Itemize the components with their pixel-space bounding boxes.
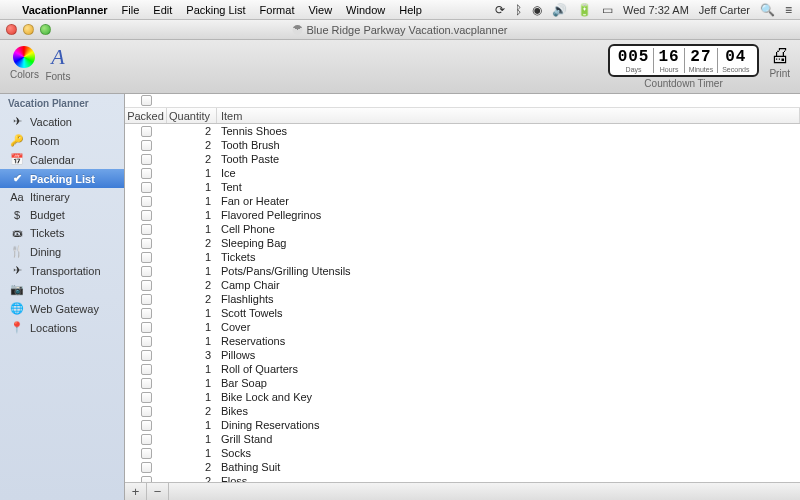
sidebar-item-photos[interactable]: 📷Photos: [0, 280, 124, 299]
table-row[interactable]: 1Cover: [125, 320, 800, 334]
packed-checkbox[interactable]: [141, 154, 152, 165]
menu-help[interactable]: Help: [399, 4, 422, 16]
sync-icon[interactable]: ⟳: [495, 3, 505, 17]
packed-checkbox[interactable]: [141, 238, 152, 249]
table-row[interactable]: 2Tooth Brush: [125, 138, 800, 152]
display-icon[interactable]: ▭: [602, 3, 613, 17]
table-row[interactable]: 1Socks: [125, 446, 800, 460]
table-row[interactable]: 1Fan or Heater: [125, 194, 800, 208]
bluetooth-icon[interactable]: ᛒ: [515, 3, 522, 17]
packed-checkbox[interactable]: [141, 196, 152, 207]
photos-icon: 📷: [10, 283, 24, 296]
close-window-button[interactable]: [6, 24, 17, 35]
colors-button[interactable]: Colors: [10, 44, 39, 80]
packed-checkbox[interactable]: [141, 140, 152, 151]
document-proxy-icon[interactable]: [293, 25, 303, 35]
table-row[interactable]: 1Scott Towels: [125, 306, 800, 320]
table-row[interactable]: 1Bike Lock and Key: [125, 390, 800, 404]
column-header-packed[interactable]: Packed: [125, 108, 167, 123]
packed-checkbox[interactable]: [141, 420, 152, 431]
sidebar-item-calendar[interactable]: 📅Calendar: [0, 150, 124, 169]
packed-checkbox[interactable]: [141, 462, 152, 473]
table-row[interactable]: 2Camp Chair: [125, 278, 800, 292]
column-header-quantity[interactable]: Quantity: [167, 108, 217, 123]
packed-checkbox[interactable]: [141, 392, 152, 403]
sidebar-item-vacation[interactable]: ✈Vacation: [0, 112, 124, 131]
sidebar-item-locations[interactable]: 📍Locations: [0, 318, 124, 337]
packed-checkbox[interactable]: [141, 378, 152, 389]
packed-checkbox[interactable]: [141, 126, 152, 137]
table-row[interactable]: 1Grill Stand: [125, 432, 800, 446]
sidebar-item-transportation[interactable]: ✈Transportation: [0, 261, 124, 280]
item-cell: Dining Reservations: [217, 419, 800, 431]
menubar-user[interactable]: Jeff Carter: [699, 4, 750, 16]
packed-checkbox[interactable]: [141, 224, 152, 235]
table-row[interactable]: 2Flashlights: [125, 292, 800, 306]
packed-checkbox[interactable]: [141, 266, 152, 277]
menu-file[interactable]: File: [122, 4, 140, 16]
packed-checkbox[interactable]: [141, 182, 152, 193]
sidebar-item-packing-list[interactable]: ✔Packing List: [0, 169, 124, 188]
table-row[interactable]: 2Tooth Paste: [125, 152, 800, 166]
packed-checkbox[interactable]: [141, 280, 152, 291]
minimize-window-button[interactable]: [23, 24, 34, 35]
sidebar-item-itinerary[interactable]: AaItinerary: [0, 188, 124, 206]
spotlight-icon[interactable]: 🔍: [760, 3, 775, 17]
notification-center-icon[interactable]: ≡: [785, 3, 792, 17]
table-row[interactable]: 1Dining Reservations: [125, 418, 800, 432]
menu-packing-list[interactable]: Packing List: [186, 4, 245, 16]
item-cell: Cell Phone: [217, 223, 800, 235]
sidebar-item-tickets[interactable]: 🎟Tickets: [0, 224, 124, 242]
table-row[interactable]: 2Bathing Suit: [125, 460, 800, 474]
packed-checkbox[interactable]: [141, 294, 152, 305]
menu-view[interactable]: View: [308, 4, 332, 16]
packed-checkbox[interactable]: [141, 350, 152, 361]
packed-checkbox[interactable]: [141, 336, 152, 347]
column-header-item[interactable]: Item: [217, 108, 800, 123]
table-row[interactable]: 2Bikes: [125, 404, 800, 418]
print-label: Print: [769, 68, 790, 79]
packed-checkbox[interactable]: [141, 364, 152, 375]
table-row[interactable]: 1Reservations: [125, 334, 800, 348]
select-all-checkbox[interactable]: [141, 95, 152, 106]
sidebar-item-room[interactable]: 🔑Room: [0, 131, 124, 150]
volume-icon[interactable]: 🔊: [552, 3, 567, 17]
packed-checkbox[interactable]: [141, 434, 152, 445]
packed-checkbox[interactable]: [141, 322, 152, 333]
table-row[interactable]: 1Tickets: [125, 250, 800, 264]
sidebar-item-dining[interactable]: 🍴Dining: [0, 242, 124, 261]
table-row[interactable]: 1Ice: [125, 166, 800, 180]
wifi-icon[interactable]: ◉: [532, 3, 542, 17]
table-row[interactable]: 1Bar Soap: [125, 376, 800, 390]
packed-checkbox[interactable]: [141, 308, 152, 319]
menubar-clock[interactable]: Wed 7:32 AM: [623, 4, 689, 16]
add-row-button[interactable]: +: [125, 483, 147, 500]
packed-checkbox[interactable]: [141, 210, 152, 221]
table-row[interactable]: 2Floss: [125, 474, 800, 482]
menu-window[interactable]: Window: [346, 4, 385, 16]
battery-icon[interactable]: 🔋: [577, 3, 592, 17]
table-row[interactable]: 1Pots/Pans/Grilling Utensils: [125, 264, 800, 278]
table-row[interactable]: 1Tent: [125, 180, 800, 194]
remove-row-button[interactable]: −: [147, 483, 169, 500]
table-row[interactable]: 1Roll of Quarters: [125, 362, 800, 376]
packed-checkbox[interactable]: [141, 252, 152, 263]
table-row[interactable]: 2Sleeping Bag: [125, 236, 800, 250]
quantity-cell: 1: [167, 363, 217, 375]
packed-checkbox[interactable]: [141, 448, 152, 459]
menu-edit[interactable]: Edit: [153, 4, 172, 16]
packed-checkbox[interactable]: [141, 406, 152, 417]
table-row[interactable]: 3Pillows: [125, 348, 800, 362]
table-row[interactable]: 2Tennis Shoes: [125, 124, 800, 138]
zoom-window-button[interactable]: [40, 24, 51, 35]
fonts-button[interactable]: A Fonts: [45, 44, 71, 82]
print-button[interactable]: 🖨 Print: [769, 44, 790, 79]
packed-checkbox[interactable]: [141, 168, 152, 179]
sidebar-item-web-gateway[interactable]: 🌐Web Gateway: [0, 299, 124, 318]
quantity-cell: 1: [167, 209, 217, 221]
sidebar-item-budget[interactable]: $Budget: [0, 206, 124, 224]
menu-format[interactable]: Format: [260, 4, 295, 16]
app-menu[interactable]: VacationPlanner: [22, 4, 108, 16]
table-row[interactable]: 1Cell Phone: [125, 222, 800, 236]
table-row[interactable]: 1Flavored Pellegrinos: [125, 208, 800, 222]
